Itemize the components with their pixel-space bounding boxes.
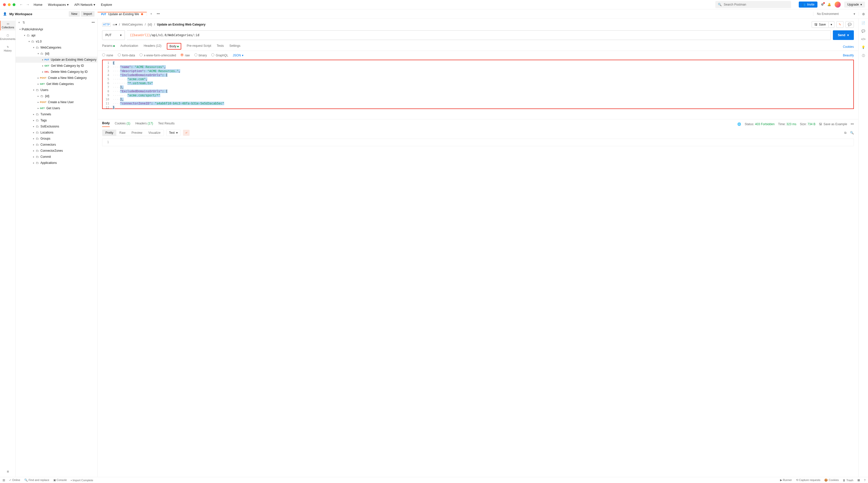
url-input[interactable]: {{baseUrl}}/api/v1.0/WebCategories/:id <box>127 30 831 40</box>
status-capture[interactable]: ⟲ Capture requests <box>796 478 820 482</box>
tree-folder[interactable]: ▸🗀Groups <box>16 135 97 142</box>
tree-folder[interactable]: ▸🗀{id} <box>16 93 97 99</box>
tab-prerequest[interactable]: Pre-request Script <box>187 44 211 50</box>
body-none[interactable]: none <box>102 53 113 57</box>
bell-icon[interactable]: 🔔 <box>827 3 831 6</box>
new-tab-button[interactable]: + <box>150 12 152 16</box>
code-icon[interactable]: </> <box>861 37 865 41</box>
tree-request-put[interactable]: ▸PUTUpdate an Existing Web Category <box>16 57 97 63</box>
save-options[interactable]: ▾ <box>829 21 834 28</box>
body-graphql[interactable]: GraphQL <box>211 53 228 57</box>
body-language-select[interactable]: JSON ▾ <box>233 54 243 57</box>
body-binary[interactable]: binary <box>194 53 207 57</box>
filter-icon[interactable]: ⇅ <box>23 21 25 24</box>
environment-select[interactable]: No Environment ▾ <box>813 12 859 16</box>
view-visualize[interactable]: Visualize <box>145 130 163 136</box>
tree-folder[interactable]: ▾🗀v1.0 <box>16 38 97 44</box>
sidebar-toggle[interactable]: ▥ <box>3 478 5 482</box>
tree-folder[interactable]: ▾🗀{id} <box>16 51 97 57</box>
lightbulb-icon[interactable]: 💡 <box>861 46 865 49</box>
status-runner[interactable]: ▶ Runner <box>780 478 792 482</box>
view-raw[interactable]: Raw <box>116 130 128 136</box>
help-icon[interactable]: ? <box>864 479 865 482</box>
comments-icon[interactable]: 💬 <box>861 29 865 33</box>
response-format-select[interactable]: Text▾ <box>166 129 181 136</box>
tab-body[interactable]: Body <box>167 43 181 50</box>
rail-history[interactable]: ↻ History <box>0 44 16 54</box>
tree-folder[interactable]: ▸🗀ConnectorZones <box>16 148 97 154</box>
rail-collections[interactable]: ▭ Collections <box>0 21 16 30</box>
tree-folder[interactable]: ▸🗀Commit <box>16 154 97 160</box>
body-editor[interactable]: 123456789101112 { ····"name": "ACME Reso… <box>102 60 854 109</box>
search-input[interactable]: 🔍 Search Postman <box>715 1 791 8</box>
more-icon[interactable]: ••• <box>850 122 854 126</box>
rail-configure[interactable]: ⊞ <box>0 469 16 474</box>
wrap-lines-button[interactable]: ⤶ <box>183 130 190 136</box>
import-button[interactable]: Import <box>81 11 95 17</box>
tab-headers[interactable]: Headers (12) <box>144 44 161 50</box>
tab-options[interactable]: ••• <box>157 12 160 16</box>
tree-folder[interactable]: ▾🗀WebCategories <box>16 44 97 51</box>
tree-request-get[interactable]: ▸GETGet Web Category by ID <box>16 63 97 69</box>
edit-button[interactable]: ✎ <box>836 21 843 28</box>
invite-button[interactable]: 👥 Invite <box>799 2 817 8</box>
body-raw[interactable]: raw <box>181 53 190 57</box>
close-window[interactable] <box>3 3 6 6</box>
status-online[interactable]: ✓ Online <box>9 478 20 482</box>
beautify-button[interactable]: Beautify <box>843 54 854 57</box>
view-preview[interactable]: Preview <box>128 130 145 136</box>
status-find[interactable]: 🔍 Find and replace <box>24 478 49 482</box>
method-select[interactable]: PUT ▾ <box>102 30 125 40</box>
copy-icon[interactable]: ⧉ <box>844 131 846 134</box>
status-console[interactable]: ▣ Console <box>53 478 67 482</box>
tree-folder[interactable]: ▸🗀Tags <box>16 117 97 123</box>
tree-folder[interactable]: ▸🗀SslExclusions <box>16 123 97 129</box>
nav-back-icon[interactable]: ← <box>20 3 23 7</box>
send-button[interactable]: Send ▾ <box>833 30 854 40</box>
new-button[interactable]: New <box>69 11 80 17</box>
tree-folder[interactable]: ▸🗀Locations <box>16 129 97 135</box>
cookies-link[interactable]: Cookies <box>843 45 854 49</box>
tree-folder[interactable]: ▸🗀Connectors <box>16 142 97 148</box>
search-icon[interactable]: 🔍 <box>850 131 854 134</box>
request-tab[interactable]: PUT Update an Existing We <box>98 12 147 16</box>
response-body[interactable]: 1 <box>102 139 854 146</box>
crumb-item[interactable]: WebCategories <box>122 23 143 26</box>
status-cookies[interactable]: 🍪 Cookies <box>824 478 839 482</box>
tree-request-post[interactable]: ▸POSTCreate a New User <box>16 99 97 105</box>
avatar[interactable] <box>835 2 841 8</box>
tree-request-post[interactable]: ▸POSTCreate a New Web Category <box>16 75 97 81</box>
nav-forward-icon[interactable]: → <box>26 3 30 7</box>
tree-request-get[interactable]: ▸GETGet Users <box>16 105 97 111</box>
comment-button[interactable]: 💬 <box>845 21 854 28</box>
tab-tests[interactable]: Tests <box>217 44 224 50</box>
tab-params[interactable]: Params <box>102 44 115 50</box>
settings-button[interactable]: ⚙ <box>821 3 824 6</box>
nav-workspaces[interactable]: Workspaces ▾ <box>48 3 69 7</box>
body-formdata[interactable]: form-data <box>118 53 135 57</box>
view-pretty[interactable]: Pretty <box>102 130 116 136</box>
window-controls[interactable] <box>3 3 16 6</box>
body-xwww[interactable]: x-www-form-urlencoded <box>140 53 176 57</box>
info-icon[interactable]: ⓘ <box>862 54 865 58</box>
add-button[interactable]: + <box>18 21 20 24</box>
environment-quicklook[interactable]: ◎ <box>859 12 868 16</box>
minimize-window[interactable] <box>8 3 11 6</box>
status-trash[interactable]: 🗑 Trash <box>843 479 853 482</box>
tree-folder[interactable]: ▾🗀Users <box>16 87 97 93</box>
two-pane-icon[interactable]: ▦ <box>857 478 860 482</box>
nav-api-network[interactable]: API Network ▾ <box>74 3 95 7</box>
tree-folder[interactable]: ▾🗀api <box>16 32 97 38</box>
upgrade-button[interactable]: Upgrade ▾ <box>844 2 865 8</box>
resp-tab-headers[interactable]: Headers (17) <box>135 122 153 127</box>
tree-folder[interactable]: ▸🗀Tunnels <box>16 111 97 117</box>
docs-icon[interactable]: 📄 <box>861 21 865 25</box>
tab-settings[interactable]: Settings <box>229 44 240 50</box>
tree-folder[interactable]: ▸🗀Applications <box>16 160 97 166</box>
sidebar-more[interactable]: ••• <box>92 21 95 24</box>
save-button[interactable]: 🖫 Save <box>812 21 829 28</box>
tree-request-del[interactable]: ▸DELDelete Web Category by ID <box>16 69 97 75</box>
save-example-button[interactable]: 🖫Save as Example <box>819 122 847 126</box>
resp-tab-body[interactable]: Body <box>102 121 110 127</box>
tab-authorization[interactable]: Authorization <box>120 44 138 50</box>
